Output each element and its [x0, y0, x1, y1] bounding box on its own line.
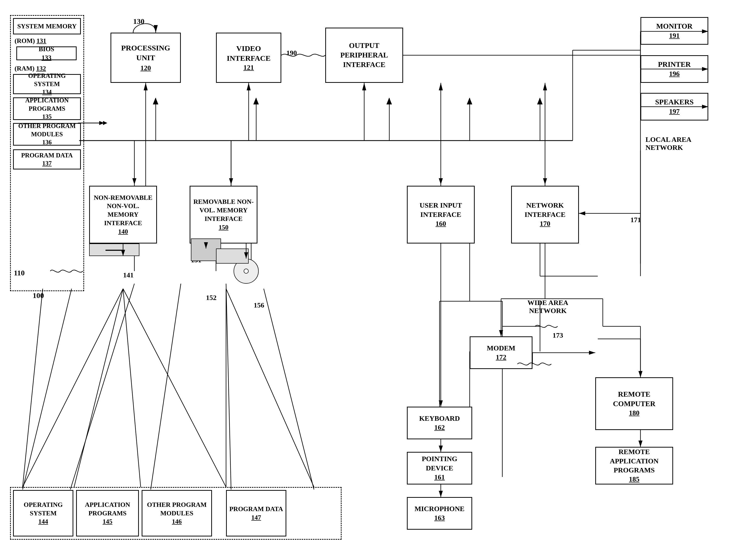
svg-marker-72 [579, 211, 585, 216]
ref-110-label: 110 [14, 269, 25, 277]
svg-marker-43 [144, 83, 148, 90]
printer-box: PRINTER 196 [640, 55, 708, 83]
svg-marker-87 [439, 400, 443, 407]
ref-100-label: 100 [33, 291, 44, 300]
bios-box: BIOS 133 [16, 46, 77, 60]
svg-line-20 [264, 289, 314, 489]
ref-190-label: 190 [286, 49, 297, 57]
svg-marker-49 [229, 178, 233, 185]
non-removable-box: NON-REMOVABLE NON-VOL. MEMORY INTERFACE … [89, 186, 157, 244]
wide-area-network-label: WIDE AREANETWORK [527, 299, 568, 315]
system-memory-box: SYSTEM MEMORY [13, 18, 81, 34]
svg-line-16 [23, 289, 72, 489]
svg-marker-83 [589, 351, 595, 355]
application-programs-135-box: APPLICATION PROGRAMS 135 [13, 97, 81, 120]
video-interface-box: VIDEO INTERFACE 121 [216, 33, 281, 83]
local-area-network-label: LOCAL AREANETWORK [645, 136, 691, 152]
svg-line-38 [123, 289, 226, 487]
diagram: SYSTEM MEMORY (ROM) 131 BIOS 133 (RAM) 1… [0, 0, 756, 549]
svg-line-35 [23, 289, 123, 487]
svg-line-17 [70, 284, 134, 489]
ref-156-label: 156 [254, 301, 264, 309]
ref-141-label: 141 [123, 271, 134, 279]
keyboard-box: KEYBOARD 162 [407, 407, 472, 439]
svg-marker-53 [439, 83, 443, 90]
other-program-modules-146-box: OTHER PROGRAM MODULES 146 [142, 490, 212, 536]
svg-marker-55 [439, 178, 443, 185]
ref-173-label: 173 [553, 331, 563, 339]
svg-marker-91 [439, 491, 443, 497]
speakers-box: SPEAKERS 197 [640, 93, 708, 121]
svg-line-40 [226, 289, 314, 487]
svg-marker-85 [638, 440, 642, 447]
ref-152-label: 152 [206, 294, 217, 302]
application-programs-145-box: APPLICATION PROGRAMS 145 [76, 490, 139, 536]
svg-line-37 [123, 289, 141, 487]
processing-unit-box: PROCESSING UNIT 120 [111, 33, 181, 83]
user-input-interface-box: USER INPUT INTERFACE 160 [407, 186, 475, 244]
ram-label: (RAM) 132 [15, 65, 46, 72]
removable-nonvol-box: REMOVABLE NON-VOL. MEMORY INTERFACE 150 [190, 186, 257, 244]
output-peripheral-interface-box: OUTPUT PERIPHERAL INTERFACE [325, 28, 403, 83]
remote-computer-box: REMOTE COMPUTER 180 [595, 377, 673, 430]
other-program-modules-136-box: OTHER PROGRAM MODULES 136 [13, 123, 81, 146]
microphone-box: MICROPHONE 163 [407, 497, 472, 530]
operating-system-144-box: OPERATING SYSTEM 144 [13, 490, 73, 536]
svg-marker-51 [362, 83, 366, 90]
svg-marker-60 [99, 121, 104, 125]
modem-box: MODEM 172 [470, 336, 532, 369]
program-data-147-box: PROGRAM DATA 147 [226, 490, 286, 536]
svg-marker-76 [499, 330, 503, 336]
svg-line-36 [74, 289, 123, 487]
ref-130-label: 130 [133, 17, 144, 26]
svg-marker-61 [154, 25, 158, 33]
svg-marker-80 [638, 371, 642, 377]
network-interface-box: NETWORK INTERFACE 170 [511, 186, 579, 244]
svg-marker-89 [439, 446, 443, 452]
svg-marker-47 [247, 83, 251, 90]
tape-icon [216, 249, 249, 264]
svg-marker-59 [543, 178, 547, 185]
remote-application-programs-box: REMOTE APPLICATION PROGRAMS 185 [595, 447, 673, 484]
pointing-device-box: POINTING DEVICE 161 [407, 452, 472, 484]
svg-marker-45 [132, 178, 136, 185]
svg-line-18 [151, 284, 181, 489]
hard-drive-icon: ▬▬▬▬▬ [89, 244, 139, 256]
monitor-box: MONITOR 191 [640, 17, 708, 45]
svg-line-19 [226, 284, 231, 489]
program-data-137-box: PROGRAM DATA 137 [13, 149, 81, 170]
svg-marker-57 [543, 83, 547, 90]
operating-system-134-box: OPERATING SYSTEM134 [13, 74, 81, 94]
svg-line-34 [23, 289, 43, 487]
rom-label: (ROM) 131 [15, 37, 46, 45]
ref-171-label: 171 [630, 216, 641, 224]
